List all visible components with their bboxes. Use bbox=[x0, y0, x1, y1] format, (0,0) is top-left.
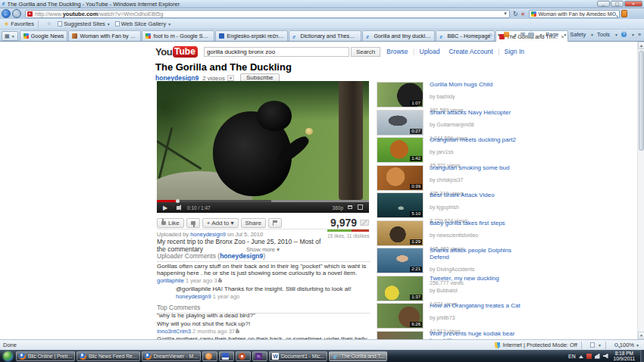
video-thumbnail[interactable]: 2:21 bbox=[377, 248, 424, 273]
upload-link[interactable]: Upload bbox=[420, 48, 440, 55]
thumb-up-icon[interactable] bbox=[236, 330, 239, 333]
related-video-item[interactable]: 1:42 Orangutan meets duckling part2 by j… bbox=[377, 136, 525, 163]
suggested-sites[interactable]: Suggested Sites bbox=[64, 20, 105, 27]
action-center-icon[interactable] bbox=[586, 354, 592, 359]
stats-chart-icon[interactable] bbox=[360, 220, 369, 226]
uploader-comments-channel[interactable]: honeydesign9 bbox=[220, 252, 263, 260]
like-button[interactable]: Like bbox=[157, 218, 184, 228]
volume-icon[interactable] bbox=[603, 354, 608, 359]
taskbar-button[interactable]: W Document1 - Mic... bbox=[269, 351, 327, 361]
related-video-title[interactable]: Best Shark Attack Video bbox=[430, 192, 525, 198]
related-video-title[interactable]: Gorilla Mom hugs Child bbox=[430, 81, 525, 88]
related-video-title[interactable]: Orangutan meets duckling part2 bbox=[430, 136, 525, 143]
hidden-icons-icon[interactable] bbox=[579, 355, 583, 358]
quick-tabs-button[interactable]: ▦ ▼ bbox=[2, 31, 18, 41]
zoom-control[interactable]: 100%▼ bbox=[614, 342, 639, 348]
back-button[interactable]: ← bbox=[2, 9, 11, 18]
tools-menu[interactable]: Tools bbox=[597, 31, 610, 38]
reply-author[interactable]: honeydesign9 bbox=[176, 293, 211, 300]
home-icon[interactable]: ⌂ bbox=[489, 31, 492, 38]
add-favorite-icon[interactable]: ★ bbox=[46, 20, 52, 27]
video-frame[interactable] bbox=[157, 81, 369, 200]
volume-icon[interactable] bbox=[177, 206, 180, 210]
taskbar-button[interactable]: Blic News Feed Re... bbox=[77, 351, 139, 361]
related-video-item[interactable]: 2:21 Sharks attack people Dolphins Defen… bbox=[377, 247, 525, 273]
safety-menu[interactable]: Safety bbox=[570, 31, 586, 38]
uploader-link[interactable]: honeydesign9 bbox=[190, 231, 226, 238]
video-thumbnail[interactable]: 6:26 bbox=[377, 303, 424, 329]
quality-badge[interactable]: 360p bbox=[333, 205, 343, 211]
seek-handle[interactable] bbox=[176, 199, 180, 203]
popout-icon[interactable] bbox=[348, 205, 352, 209]
related-video-item[interactable]: 0:27 Shark attacks Navy Helicopter by Gu… bbox=[377, 109, 525, 136]
browser-tab[interactable]: Gorilla and tiny duckling b... bbox=[362, 30, 435, 41]
video-player[interactable]: ▶ 0:10 / 1:47 360p bbox=[157, 81, 369, 213]
related-video-item[interactable]: 1:37 Tweeter, my new duckling by Bubbais… bbox=[377, 275, 525, 301]
video-thumbnail[interactable]: 0:27 bbox=[377, 110, 424, 136]
related-video-item[interactable]: 5:10 Best Shark Attack Video by kjgophis… bbox=[377, 192, 525, 218]
share-button[interactable]: Share bbox=[241, 218, 266, 228]
taskbar-button[interactable] bbox=[236, 351, 251, 361]
video-thumbnail[interactable] bbox=[377, 331, 424, 340]
feeds-icon[interactable] bbox=[504, 32, 509, 37]
language-indicator[interactable]: EN bbox=[568, 354, 575, 359]
sign-in-link[interactable]: Sign In bbox=[505, 48, 524, 55]
taskbar-button[interactable] bbox=[202, 351, 217, 361]
browser-tab[interactable]: Woman with Fan by Amed... bbox=[68, 30, 141, 41]
favorites-label[interactable]: Favorites bbox=[11, 20, 34, 27]
taskbar-button[interactable]: Blic Online | Pretr... bbox=[16, 351, 75, 361]
mail-icon[interactable]: ✉ bbox=[521, 31, 526, 38]
web-slice-gallery[interactable]: Web Slice Gallery bbox=[121, 20, 166, 27]
start-button[interactable] bbox=[3, 351, 13, 361]
videos-dropdown-icon[interactable]: ▼ bbox=[227, 75, 234, 81]
comment-author[interactable]: gorillaphile bbox=[157, 277, 184, 284]
browser-tab[interactable]: Dictionary and Thesaurus ... bbox=[289, 30, 361, 41]
browse-link[interactable]: Browse bbox=[386, 48, 408, 55]
related-video-item[interactable]: Wolf prevents huge kodiak bear from kill… bbox=[377, 330, 525, 340]
taskbar-button[interactable]: Ic bbox=[252, 351, 267, 361]
scroll-thumb[interactable] bbox=[639, 51, 644, 151]
search-provider-button[interactable] bbox=[621, 10, 627, 17]
related-video-item[interactable]: 1:07 Gorilla Mom hugs Child by bashidy 3… bbox=[377, 81, 525, 108]
scroll-up-icon[interactable]: ▲ bbox=[638, 42, 644, 49]
related-video-title[interactable]: orangutan smoking some bud bbox=[430, 164, 525, 171]
vertical-scrollbar[interactable]: ▲ ▼ bbox=[637, 42, 644, 339]
create-account-link[interactable]: Create Account bbox=[449, 48, 492, 55]
maximize-button[interactable]: ▢ bbox=[611, 1, 624, 7]
taskbar-button[interactable]: e The Gorilla and T... bbox=[329, 351, 387, 361]
fullscreen-icon[interactable] bbox=[358, 204, 363, 210]
scroll-down-icon[interactable]: ▼ bbox=[638, 332, 644, 339]
show-desktop-button[interactable] bbox=[640, 350, 644, 362]
youtube-search-button[interactable]: Search bbox=[351, 47, 380, 57]
browser-search-box[interactable]: Woman with Fan by Amedeo Modigliani bbox=[529, 10, 620, 18]
flag-button[interactable] bbox=[268, 218, 282, 228]
print-icon[interactable] bbox=[528, 33, 534, 37]
toolbar-overflow-icon[interactable]: » bbox=[638, 31, 641, 38]
related-video-title[interactable]: Wolf prevents huge kodiak bear from kill… bbox=[430, 330, 525, 340]
browser-tab[interactable]: Englesko-srpski rečnik Krst... bbox=[215, 30, 288, 41]
address-bar[interactable]: http://www.youtube.com/watch?v=WmOdhoEBt… bbox=[25, 10, 510, 18]
related-video-title[interactable]: Tweeter, my new duckling bbox=[430, 275, 525, 282]
video-thumbnail[interactable]: 1:29 bbox=[377, 220, 424, 246]
related-video-item[interactable]: 1:29 Baby gorilla takes first steps by n… bbox=[377, 220, 525, 246]
stop-button[interactable]: × bbox=[521, 11, 525, 17]
minimize-button[interactable]: _ bbox=[597, 1, 610, 7]
related-video-item[interactable]: 0:39 orangutan smoking some bud by chris… bbox=[377, 164, 525, 191]
taskbar-button[interactable] bbox=[219, 351, 234, 361]
related-video-title[interactable]: How an Orangatang treates a Cat bbox=[430, 302, 525, 309]
browser-tab[interactable]: Google News bbox=[20, 30, 68, 41]
comment-author[interactable]: Inno3ntCrim3 bbox=[157, 328, 191, 335]
thumb-up-icon[interactable] bbox=[218, 279, 222, 282]
play-button[interactable]: ▶ bbox=[163, 204, 167, 211]
seek-bar[interactable] bbox=[157, 200, 369, 202]
add-to-button[interactable]: + Add to ▾ bbox=[202, 218, 239, 228]
video-thumbnail[interactable]: 0:39 bbox=[377, 165, 424, 191]
help-icon[interactable]: ? bbox=[621, 32, 627, 37]
youtube-search-input[interactable] bbox=[204, 47, 349, 57]
browser-tab[interactable]: BBC - Homepage bbox=[436, 30, 494, 41]
refresh-button[interactable]: ↻ bbox=[513, 11, 518, 17]
dislike-button[interactable] bbox=[186, 218, 200, 228]
related-video-title[interactable]: Sharks attack people Dolphins Defend bbox=[430, 247, 525, 261]
youtube-logo[interactable]: You Tube bbox=[155, 46, 198, 58]
related-video-item[interactable]: 6:26 How an Orangatang treates a Cat by … bbox=[377, 302, 525, 329]
